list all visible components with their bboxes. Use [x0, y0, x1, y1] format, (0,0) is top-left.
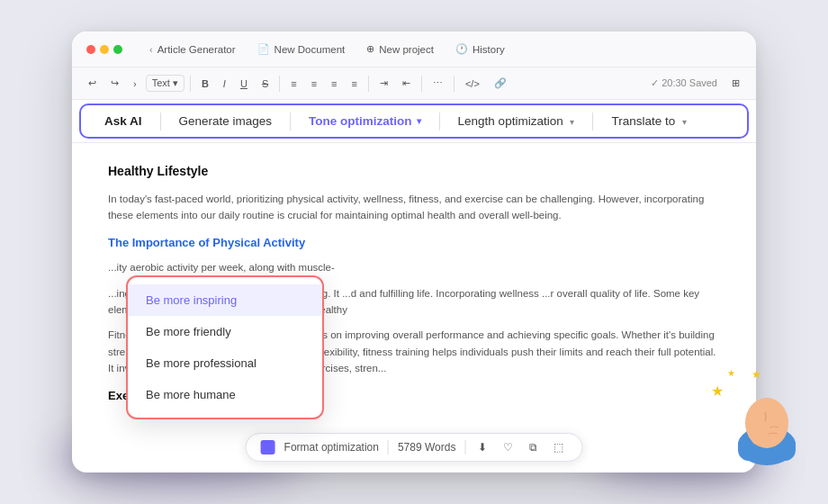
bottom-bar: Format optimization 5789 Words ⬇ ♡ ⧉ ⬚ [246, 433, 583, 462]
toolbar-divider [290, 112, 291, 130]
outdent-button[interactable]: ⇤ [397, 75, 416, 92]
ai-toolbar: Ask AI Generate images Tone optimization… [72, 100, 756, 143]
translate-to-button[interactable]: Translate to ▾ [597, 109, 701, 133]
like-button[interactable]: ♡ [500, 439, 517, 455]
italic-icon: I [223, 78, 226, 89]
align-left-button[interactable]: ≡ [285, 76, 302, 92]
dropdown-item-professional[interactable]: Be more professional [128, 347, 322, 379]
history-icon: 🕐 [455, 43, 468, 55]
close-dot[interactable] [86, 45, 95, 54]
document-title: Healthy Lifestyle [108, 161, 720, 182]
indent-button[interactable]: ⇥ [374, 75, 393, 92]
document-paragraph-2: ...ity aerobic activity per week, along … [108, 259, 720, 275]
code-button[interactable]: </> [460, 76, 485, 92]
separator [368, 76, 369, 92]
toolbar-divider [160, 112, 161, 130]
separator [421, 76, 422, 92]
minimize-dot[interactable] [100, 45, 109, 54]
link-icon: 🔗 [494, 77, 507, 89]
separator [279, 76, 280, 92]
indent-icon: ⇥ [380, 77, 388, 89]
dropdown-item-friendly[interactable]: Be more friendly [128, 316, 322, 347]
plus-icon: ⊕ [366, 43, 374, 55]
document-heading-1: The Importance of Physical Activity [108, 233, 720, 252]
dropdown-item-inspiring[interactable]: Be more inspiring [128, 284, 322, 316]
bold-icon: B [202, 78, 209, 89]
toolbar-divider [439, 112, 440, 130]
maximize-dot[interactable] [113, 45, 122, 54]
copy-button[interactable]: ⧉ [526, 439, 541, 455]
document-paragraph-1: In today's fast-paced world, prioritizin… [108, 191, 720, 224]
tab-article-generator[interactable]: ‹ Article Generator [140, 40, 245, 58]
grid-button[interactable]: ⊞ [726, 75, 745, 92]
code-icon: </> [465, 78, 480, 89]
underline-icon: U [240, 78, 248, 89]
justify-button[interactable]: ≡ [346, 76, 362, 92]
undo-button[interactable]: ↩ [83, 75, 102, 92]
redo-icon: ↪ [111, 77, 119, 89]
tab-label: Article Generator [158, 44, 236, 55]
length-chevron-icon: ▾ [570, 117, 574, 127]
dropdown-item-humane[interactable]: Be more humane [128, 379, 322, 410]
strikethrough-button[interactable]: S [256, 76, 274, 92]
tab-new-document[interactable]: 📄 New Document [248, 40, 355, 58]
toolbar-divider [592, 112, 593, 130]
format-icon [261, 440, 275, 454]
window-controls [86, 45, 122, 54]
grid-icon: ⊞ [732, 77, 740, 89]
tab-label: New Document [274, 44, 346, 55]
outdent-icon: ⇤ [402, 77, 410, 89]
format-label: Format optimization [284, 441, 379, 454]
tone-dropdown: Be more inspiring Be more friendly Be mo… [126, 275, 324, 419]
more-icon: ⋯ [433, 77, 443, 89]
text-style-dropdown[interactable]: Text ▾ [146, 75, 184, 92]
strikethrough-icon: S [262, 78, 268, 89]
editor-toolbar: ↩ ↪ › Text ▾ B I U S ≡ ≡ ≡ [72, 68, 756, 100]
link-button[interactable]: 🔗 [489, 75, 512, 92]
align-center-icon: ≡ [311, 78, 317, 89]
download-button[interactable]: ⬇ [474, 439, 490, 455]
share-button[interactable]: ⬚ [550, 439, 567, 455]
tone-optimization-button[interactable]: Tone optimization ▾ [294, 109, 436, 133]
word-count: 5789 Words [398, 441, 455, 454]
titlebar: ‹ Article Generator 📄 New Document ⊕ New… [72, 32, 756, 68]
main-window: ‹ Article Generator 📄 New Document ⊕ New… [72, 32, 756, 472]
align-left-icon: ≡ [291, 78, 296, 89]
more-history-button[interactable]: › [128, 76, 142, 92]
translate-chevron-icon: ▾ [682, 117, 687, 127]
align-right-icon: ≡ [331, 78, 337, 89]
redo-button[interactable]: ↪ [105, 75, 124, 92]
separator [388, 440, 389, 454]
content-area: Ask AI Generate images Tone optimization… [72, 100, 756, 472]
separator [190, 76, 191, 92]
italic-button[interactable]: I [218, 76, 231, 92]
length-optimization-button[interactable]: Length optimization ▾ [444, 109, 590, 133]
titlebar-tabs: ‹ Article Generator 📄 New Document ⊕ New… [140, 40, 514, 58]
ask-ai-button[interactable]: Ask AI [90, 109, 157, 133]
doc-icon: 📄 [257, 43, 270, 55]
tab-label: History [472, 44, 505, 55]
text-style-label: Text ▾ [152, 77, 178, 89]
align-right-button[interactable]: ≡ [326, 76, 342, 92]
separator [464, 440, 465, 454]
tab-label: New project [379, 44, 434, 55]
tab-history[interactable]: 🕐 History [446, 40, 514, 58]
generate-images-button[interactable]: Generate images [165, 109, 287, 133]
chevron-down-icon: ▾ [417, 116, 421, 126]
chevron-icon: › [133, 78, 137, 89]
back-icon: ‹ [149, 44, 153, 55]
undo-icon: ↩ [88, 77, 96, 89]
bold-button[interactable]: B [196, 76, 214, 92]
tab-new-project[interactable]: ⊕ New project [357, 40, 443, 58]
more-button[interactable]: ⋯ [428, 75, 448, 92]
saved-status: ✓ 20:30 Saved [651, 77, 717, 89]
underline-button[interactable]: U [235, 76, 253, 92]
separator [454, 76, 454, 92]
align-center-button[interactable]: ≡ [306, 76, 322, 92]
justify-icon: ≡ [351, 78, 356, 89]
